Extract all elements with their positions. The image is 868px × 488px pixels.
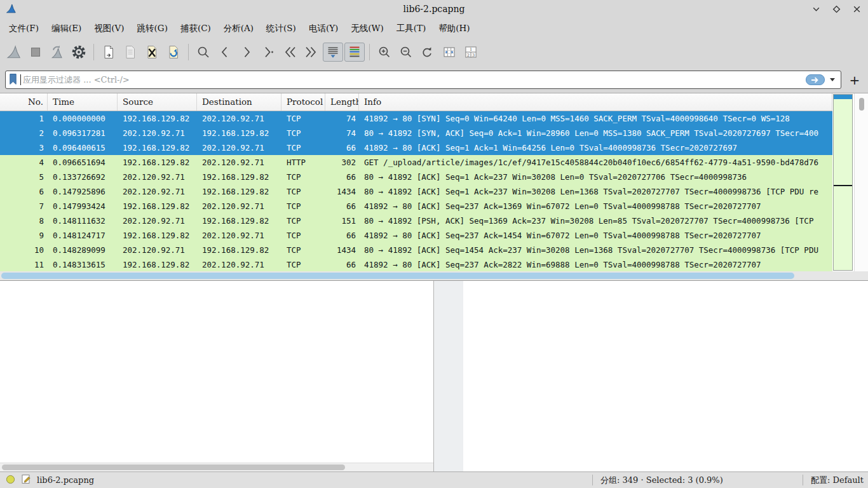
cell-protocol: TCP xyxy=(281,170,325,184)
packet-list-hscrollbar[interactable] xyxy=(0,271,868,280)
open-file-icon[interactable] xyxy=(98,43,119,62)
go-to-packet-icon[interactable] xyxy=(258,43,278,62)
close-icon[interactable] xyxy=(851,4,862,14)
bookmark-icon[interactable] xyxy=(8,73,18,87)
close-file-icon[interactable] xyxy=(142,43,162,62)
go-first-icon[interactable] xyxy=(280,43,300,62)
auto-scroll-icon[interactable] xyxy=(323,43,343,62)
cell-no: 9 xyxy=(0,228,48,243)
reload-file-icon[interactable] xyxy=(163,43,184,62)
text-caret xyxy=(20,74,21,85)
menu-item-1[interactable]: 编辑(E) xyxy=(45,18,88,37)
profile-selector[interactable]: 配置: Default xyxy=(803,475,868,486)
statusbar: lib6-2.pcapng 分组: 349 · Selected: 3 (0.9… xyxy=(0,471,868,488)
column-header-protocol[interactable]: Protocol xyxy=(281,93,325,111)
cell-destination: 202.120.92.71 xyxy=(197,199,281,214)
filter-dropdown-icon[interactable] xyxy=(830,78,835,81)
table-row[interactable]: 10.000000000192.168.129.82202.120.92.71T… xyxy=(0,111,832,126)
display-filter-input[interactable]: 应用显示过滤器 ... <Ctrl-/> xyxy=(5,71,841,89)
cell-protocol: TCP xyxy=(281,126,325,140)
cell-source: 202.120.92.71 xyxy=(118,170,197,184)
menu-item-8[interactable]: 无线(W) xyxy=(344,18,390,37)
packet-bytes-pane[interactable] xyxy=(463,281,868,471)
minimize-icon[interactable] xyxy=(811,4,821,14)
column-header-destination[interactable]: Destination xyxy=(197,93,281,111)
table-row[interactable]: 110.148313615192.168.129.82202.120.92.71… xyxy=(0,257,832,272)
menu-item-2[interactable]: 视图(V) xyxy=(88,18,130,37)
cell-source: 192.168.129.82 xyxy=(118,199,197,214)
start-capture-icon[interactable] xyxy=(4,43,24,62)
cell-source: 192.168.129.82 xyxy=(118,111,197,126)
menu-item-5[interactable]: 分析(A) xyxy=(217,18,260,37)
table-row[interactable]: 40.096651694192.168.129.82202.120.92.71H… xyxy=(0,155,832,170)
table-row[interactable]: 100.148289099202.120.92.71192.168.129.82… xyxy=(0,243,832,257)
menu-item-10[interactable]: 帮助(H) xyxy=(432,18,476,37)
table-row[interactable]: 80.148111632202.120.92.71192.168.129.82T… xyxy=(0,214,832,228)
table-row[interactable]: 30.096400615192.168.129.82202.120.92.71T… xyxy=(0,140,832,155)
table-row[interactable]: 90.148124717192.168.129.82202.120.92.71T… xyxy=(0,228,832,243)
packet-header: No.TimeSourceDestinationProtocolLengthIn… xyxy=(0,93,832,111)
cell-info: 41892 → 80 [SYN] Seq=0 Win=64240 Len=0 M… xyxy=(359,111,832,126)
colorize-icon[interactable] xyxy=(344,43,365,62)
cell-time: 0.096400615 xyxy=(48,140,118,155)
toolbar-separator xyxy=(369,44,370,60)
restart-capture-icon[interactable] xyxy=(47,43,67,62)
menu-item-3[interactable]: 跳转(G) xyxy=(131,18,174,37)
menu-item-0[interactable]: 文件(F) xyxy=(3,18,45,37)
packet-list-vscrollbar[interactable] xyxy=(854,93,868,272)
apply-filter-button[interactable] xyxy=(806,74,825,85)
packet-rows: 10.000000000192.168.129.82202.120.92.71T… xyxy=(0,111,832,272)
vscrollbar-thumb[interactable] xyxy=(859,98,864,111)
cell-destination: 202.120.92.71 xyxy=(197,257,281,272)
column-header-info[interactable]: Info xyxy=(359,93,832,111)
zoom-reset-icon[interactable] xyxy=(417,43,438,62)
column-header-source[interactable]: Source xyxy=(118,93,197,111)
zoom-out-icon[interactable] xyxy=(396,43,416,62)
pane-splitter[interactable] xyxy=(434,281,463,471)
cell-protocol: TCP xyxy=(281,199,325,214)
cell-destination: 202.120.92.71 xyxy=(197,155,281,170)
capture-options-icon[interactable] xyxy=(69,43,89,62)
svg-text:2: 2 xyxy=(467,53,470,58)
menu-item-4[interactable]: 捕获(C) xyxy=(174,18,217,37)
save-file-icon[interactable] xyxy=(120,43,140,62)
cell-destination: 202.120.92.71 xyxy=(197,140,281,155)
packet-details-pane[interactable] xyxy=(0,281,434,471)
layout-chooser-icon[interactable]: 123 xyxy=(461,43,481,62)
add-filter-button[interactable]: + xyxy=(846,72,863,88)
table-row[interactable]: 60.147925896202.120.92.71192.168.129.82T… xyxy=(0,184,832,199)
details-hscrollbar-thumb[interactable] xyxy=(2,464,345,470)
cell-source: 202.120.92.71 xyxy=(118,184,197,199)
cell-length: 66 xyxy=(325,199,359,214)
cell-length: 74 xyxy=(325,111,359,126)
column-header-time[interactable]: Time xyxy=(48,93,118,111)
cell-no: 2 xyxy=(0,126,48,140)
capture-comment-icon[interactable] xyxy=(21,474,31,486)
table-row[interactable]: 50.133726692202.120.92.71192.168.129.82T… xyxy=(0,170,832,184)
resize-columns-icon[interactable] xyxy=(439,43,459,62)
zoom-in-icon[interactable] xyxy=(374,43,395,62)
details-pane-hscrollbar[interactable] xyxy=(0,463,433,471)
cell-protocol: TCP xyxy=(281,111,325,126)
go-forward-icon[interactable] xyxy=(236,43,257,62)
column-header-length[interactable]: Length xyxy=(325,93,359,111)
menu-item-9[interactable]: 工具(T) xyxy=(390,18,433,37)
cell-protocol: TCP xyxy=(281,257,325,272)
cell-info: 41892 → 80 [ACK] Seq=1 Ack=1 Win=64256 L… xyxy=(359,140,832,155)
maximize-icon[interactable] xyxy=(831,4,841,14)
table-row[interactable]: 20.096317281202.120.92.71192.168.129.82T… xyxy=(0,126,832,140)
intelligent-scrollbar-minimap[interactable] xyxy=(833,94,853,271)
menu-item-6[interactable]: 统计(S) xyxy=(260,18,302,37)
toolbar-separator xyxy=(93,44,94,60)
packet-count-summary: 分组: 349 · Selected: 3 (0.9%) xyxy=(593,475,803,486)
stop-capture-icon[interactable] xyxy=(25,43,46,62)
table-row[interactable]: 70.147993424192.168.129.82202.120.92.71T… xyxy=(0,199,832,214)
expert-info-icon[interactable] xyxy=(6,475,15,486)
find-packet-icon[interactable] xyxy=(193,43,214,62)
go-last-icon[interactable] xyxy=(301,43,322,62)
go-back-icon[interactable] xyxy=(215,43,235,62)
column-header-no[interactable]: No. xyxy=(0,93,48,111)
hscrollbar-thumb[interactable] xyxy=(1,273,794,279)
menu-item-7[interactable]: 电话(Y) xyxy=(302,18,344,37)
cell-source: 192.168.129.82 xyxy=(118,257,197,272)
